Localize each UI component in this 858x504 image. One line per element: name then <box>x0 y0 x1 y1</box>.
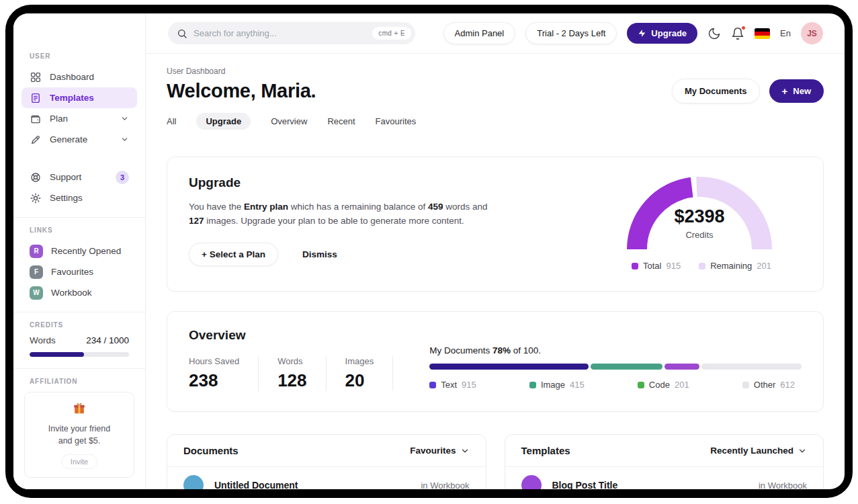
page-content: User Dashboard Welcome, Maria. My Docume… <box>146 54 845 489</box>
search-bar[interactable]: cmd + E <box>168 22 415 44</box>
sidebar-link-workbook[interactable]: W Workbook <box>22 282 137 303</box>
dark-mode-moon-icon[interactable] <box>707 27 721 40</box>
gauge-value: $2398 <box>626 206 773 227</box>
segment-text <box>429 364 588 370</box>
sidebar-link-recently-opened[interactable]: R Recently Opened <box>22 241 137 261</box>
documents-filter-dropdown[interactable]: Favourites <box>410 446 469 456</box>
template-row[interactable]: Blog Post Title in Workbook <box>505 467 824 489</box>
sidebar-item-dashboard[interactable]: Dashboard <box>22 67 137 87</box>
templates-card-title: Templates <box>521 445 570 456</box>
sidebar-item-plan[interactable]: Plan <box>22 108 137 129</box>
search-icon <box>177 28 187 39</box>
sidebar-item-templates[interactable]: Templates <box>22 87 137 108</box>
documents-card: Documents Favourites Untitled Document <box>167 434 486 489</box>
new-button[interactable]: + New <box>769 79 824 103</box>
bar-legend: Text 915 Image 415 Code 20 <box>429 380 802 390</box>
upgrade-card: Upgrade You have the Entry plan which ha… <box>167 157 824 292</box>
tab-favourites[interactable]: Favourites <box>376 113 417 130</box>
templates-filter-dropdown[interactable]: Recently Launched <box>710 446 807 456</box>
affiliation-text: Invite your friend and get $5. <box>30 423 128 447</box>
chevron-down-icon <box>120 135 129 144</box>
stat-words: Words 128 <box>259 356 326 391</box>
legend-item-text: Text 915 <box>429 380 476 390</box>
document-avatar <box>183 475 204 489</box>
legend-item-remaining: Remaining 201 <box>699 261 771 271</box>
lifebuoy-icon <box>30 171 42 183</box>
sidebar-item-label: Dashboard <box>50 72 94 82</box>
gear-icon <box>30 192 42 204</box>
overview-card: Overview Hours Saved 238 Words 128 <box>167 311 824 412</box>
notification-dot <box>741 26 746 30</box>
legend-item-other: Other 612 <box>742 380 795 390</box>
sidebar-link-label: Workbook <box>51 288 92 298</box>
page-title: Welcome, Maria. <box>167 80 316 102</box>
sidebar-link-favourites[interactable]: F Favourites <box>22 261 137 282</box>
topbar: cmd + E Admin Panel Trial - 2 Days Left … <box>146 13 845 54</box>
sidebar-item-generate[interactable]: Generate <box>22 129 137 150</box>
select-plan-button[interactable]: + Select a Plan <box>189 243 278 266</box>
upgrade-card-body: You have the Entry plan which has a rema… <box>189 200 488 228</box>
stat-hours-saved: Hours Saved 238 <box>189 356 259 391</box>
chevron-down-icon <box>120 114 129 123</box>
main-area: cmd + E Admin Panel Trial - 2 Days Left … <box>146 13 845 489</box>
dismiss-button[interactable]: Dismiss <box>302 249 337 259</box>
credits-gauge: $2398 Credits Total 915 <box>626 175 777 271</box>
plus-icon: + <box>782 86 788 96</box>
segment-code <box>664 364 699 370</box>
sidebar-section-links: LINKS <box>30 226 145 234</box>
stat-images: Images 20 <box>327 356 394 391</box>
link-initial-badge: F <box>30 265 43 279</box>
invite-button[interactable]: Invite <box>61 454 97 469</box>
sidebar-links: R Recently Opened F Favourites W Workboo… <box>22 241 137 303</box>
sidebar-section-user: USER <box>30 52 145 60</box>
breadcrumb: User Dashboard <box>167 67 824 76</box>
sidebar-item-support[interactable]: Support 3 <box>22 167 137 187</box>
tab-recent[interactable]: Recent <box>327 113 355 130</box>
tab-upgrade[interactable]: Upgrade <box>196 113 251 130</box>
user-avatar[interactable]: JS <box>801 22 823 44</box>
document-row[interactable]: Untitled Document in Workbook <box>167 467 486 489</box>
gauge-label: Credits <box>626 230 773 240</box>
notifications-bell-icon[interactable] <box>731 27 744 40</box>
legend-swatch <box>529 382 536 388</box>
gauge-legend: Total 915 Remaining 201 <box>626 261 777 271</box>
pencil-icon <box>30 134 42 146</box>
grid-icon <box>30 71 42 83</box>
segment-other <box>701 364 802 370</box>
legend-swatch <box>742 382 749 388</box>
legend-swatch <box>632 263 638 269</box>
tab-all[interactable]: All <box>167 113 176 130</box>
segment-image <box>591 364 662 370</box>
affiliation-card: Invite your friend and get $5. Invite <box>24 392 134 478</box>
tab-overview[interactable]: Overview <box>271 113 307 130</box>
sidebar-item-label: Generate <box>50 134 87 144</box>
legend-item-total: Total 915 <box>632 261 681 271</box>
legend-swatch <box>699 263 705 269</box>
screen: USER Dashboard Templates <box>0 0 858 504</box>
topbar-actions: Admin Panel Trial - 2 Days Left Upgrade <box>443 22 823 44</box>
upgrade-card-title: Upgrade <box>189 175 488 190</box>
language-label[interactable]: En <box>780 28 791 38</box>
credits-row: Words 234 / 1000 <box>30 335 129 345</box>
segmented-progress-bar <box>429 364 802 370</box>
plus-icon: + <box>202 249 210 259</box>
admin-panel-button[interactable]: Admin Panel <box>443 22 516 44</box>
sidebar-item-label: Templates <box>50 93 94 103</box>
upgrade-button[interactable]: Upgrade <box>627 23 697 44</box>
overview-card-title: Overview <box>189 328 393 343</box>
chevron-down-icon <box>460 446 470 456</box>
sidebar-item-settings[interactable]: Settings <box>22 187 137 208</box>
progress-label: My Documents 78% of 100. <box>429 345 802 355</box>
trial-badge[interactable]: Trial - 2 Days Left <box>525 22 617 44</box>
gift-icon <box>72 401 87 416</box>
documents-progress: My Documents 78% of 100. Text 915 <box>429 345 802 391</box>
wallet-icon <box>30 113 42 125</box>
support-badge: 3 <box>116 171 129 184</box>
search-input[interactable] <box>194 28 366 38</box>
sidebar-section-credits: CREDITS <box>30 321 145 329</box>
german-flag-icon[interactable] <box>755 28 770 39</box>
my-documents-button[interactable]: My Documents <box>672 79 759 103</box>
sidebar-section-affiliation: AFFILIATION <box>30 378 145 385</box>
sidebar-item-label: Support <box>50 172 81 182</box>
filter-tabs: All Upgrade Overview Recent Favourites <box>167 113 824 130</box>
